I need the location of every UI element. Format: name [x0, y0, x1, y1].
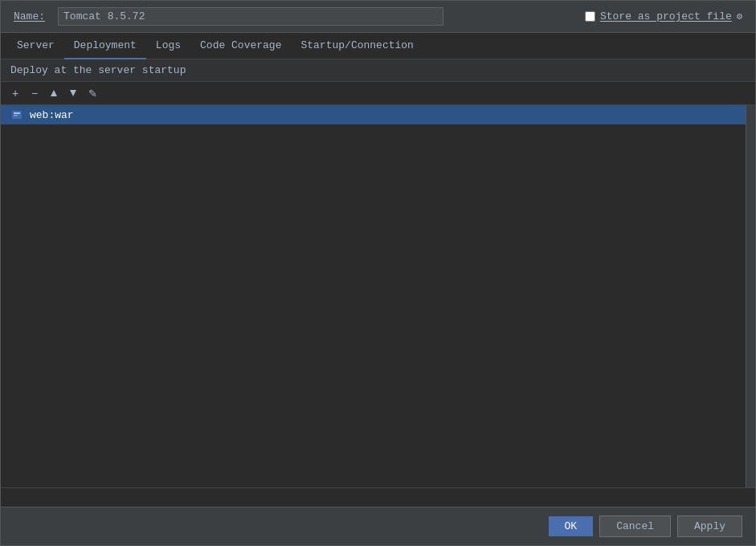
down-arrow-icon	[69, 89, 77, 97]
title-bar: Name: Store as project file ⚙	[1, 1, 755, 33]
deployment-toolbar: + − ✎	[1, 82, 755, 105]
section-header: Deploy at the server startup	[1, 59, 755, 82]
svg-rect-3	[14, 112, 20, 114]
gear-icon[interactable]: ⚙	[737, 10, 742, 22]
svg-rect-4	[14, 115, 18, 116]
store-project-checkbox[interactable]	[585, 11, 595, 22]
svg-marker-0	[51, 90, 57, 96]
bottom-info	[1, 487, 755, 507]
deployment-list-wrapper: web:war	[1, 105, 755, 487]
list-item[interactable]: web:war	[1, 105, 746, 124]
tab-startup-connection[interactable]: Startup/Connection	[291, 33, 423, 59]
content-area: Deploy at the server startup + − ✎	[1, 59, 755, 507]
deployment-item-name: web:war	[30, 109, 74, 121]
apply-button[interactable]: Apply	[677, 515, 742, 537]
scrollbar-track[interactable]	[746, 105, 755, 487]
ok-button[interactable]: OK	[549, 516, 594, 536]
tab-code-coverage[interactable]: Code Coverage	[190, 33, 291, 59]
name-field-label: Name:	[14, 10, 45, 22]
add-button[interactable]: +	[7, 85, 23, 101]
up-arrow-icon	[50, 89, 58, 97]
edit-button[interactable]: ✎	[84, 85, 100, 101]
tab-logs[interactable]: Logs	[146, 33, 190, 59]
tab-deployment[interactable]: Deployment	[64, 33, 146, 59]
tabs-bar: Server Deployment Logs Code Coverage Sta…	[1, 33, 755, 59]
name-input[interactable]	[58, 7, 443, 26]
remove-button[interactable]: −	[27, 85, 43, 101]
svg-marker-1	[70, 90, 76, 96]
artifact-icon	[10, 108, 23, 121]
store-project-label: Store as project file	[600, 10, 732, 22]
move-up-button[interactable]	[46, 85, 62, 101]
tab-server[interactable]: Server	[7, 33, 64, 59]
store-project-container: Store as project file ⚙	[585, 10, 742, 22]
run-config-dialog: Name: Store as project file ⚙ Server Dep…	[0, 0, 756, 546]
cancel-button[interactable]: Cancel	[599, 515, 671, 537]
deployment-list: web:war	[1, 105, 746, 487]
footer: OK Cancel Apply	[1, 507, 755, 545]
move-down-button[interactable]	[65, 85, 81, 101]
